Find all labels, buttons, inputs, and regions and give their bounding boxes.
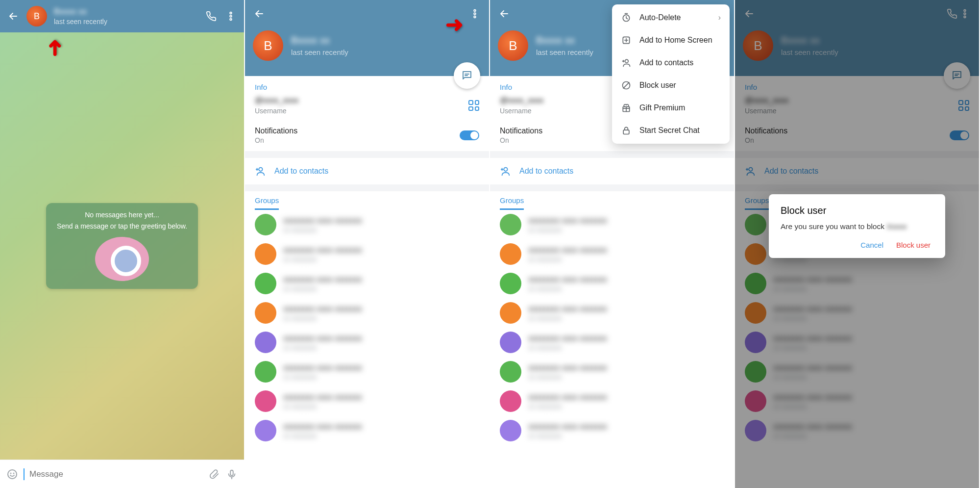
group-avatar <box>500 332 521 353</box>
profile-status: last seen recently <box>536 48 593 56</box>
more-icon[interactable] <box>468 7 481 20</box>
message-input[interactable] <box>29 469 203 479</box>
list-item[interactable]: xxxxxxxx xxxx xxxxxxxxx xxxxxxxx <box>245 357 489 386</box>
dialog-title: Block user <box>781 205 933 216</box>
group-avatar <box>255 332 276 353</box>
add-contacts-label: Add to contacts <box>274 167 328 176</box>
menu-label: Block user <box>639 81 676 90</box>
back-icon[interactable] <box>253 7 266 20</box>
tabs: Groups <box>245 191 489 210</box>
notifications-value: On <box>255 136 297 144</box>
group-avatar <box>500 361 521 383</box>
list-item[interactable]: xxxxxxxx xxxx xxxxxxxxx xxxxxxxx <box>490 328 734 357</box>
attach-icon[interactable] <box>208 468 220 481</box>
block-button[interactable]: Block user <box>896 241 931 249</box>
list-item[interactable]: xxxxxxxx xxxx xxxxxxxxx xxxxxxxx <box>245 386 489 416</box>
notifications-row[interactable]: Notifications On <box>245 120 489 151</box>
menu-block-user[interactable]: Block user <box>612 74 730 97</box>
avatar[interactable]: B <box>26 6 47 26</box>
menu-home-screen[interactable]: Add to Home Screen <box>612 29 730 51</box>
add-contacts-row[interactable]: Add to contacts <box>490 158 734 184</box>
svg-point-8 <box>474 13 476 15</box>
back-icon[interactable] <box>498 7 511 20</box>
avatar[interactable]: B <box>253 30 283 61</box>
menu-gift-premium[interactable]: Gift Premium <box>612 97 730 119</box>
group-list[interactable]: xxxxxxxx xxxx xxxxxxxxx xxxxxxxxxxxxxxxx… <box>245 210 489 445</box>
list-item[interactable]: xxxxxxxx xxxx xxxxxxxxx xxxxxxxx <box>490 210 734 239</box>
list-item[interactable]: xxxxxxxx xxxx xxxxxxxxx xxxxxxxx <box>490 386 734 416</box>
svg-point-9 <box>474 16 476 18</box>
username-value[interactable]: @xxxx_xxxx <box>255 96 298 105</box>
tab-groups[interactable]: Groups <box>500 196 524 210</box>
home-add-icon <box>621 35 632 46</box>
panel-profile: B Bxxxx xx last seen recently Info @xxxx… <box>245 0 490 488</box>
svg-point-4 <box>11 473 11 473</box>
svg-point-11 <box>504 168 507 171</box>
cancel-button[interactable]: Cancel <box>860 241 883 249</box>
panel-chat: B Bxxxx xx last seen recently No message… <box>0 0 245 488</box>
list-item[interactable]: xxxxxxxx xxxx xxxxxxxxx xxxxxxxx <box>245 416 489 445</box>
tab-groups[interactable]: Groups <box>255 196 279 210</box>
profile-name: Bxxxx xx <box>291 35 348 46</box>
username-label: Username <box>255 107 298 115</box>
notifications-toggle[interactable] <box>460 130 479 140</box>
svg-point-14 <box>625 59 629 63</box>
profile-status: last seen recently <box>291 48 348 56</box>
notifications-label: Notifications <box>255 127 297 135</box>
group-avatar <box>255 361 276 383</box>
chat-header-title[interactable]: Bxxxx xx last seen recently <box>54 7 198 26</box>
svg-point-10 <box>259 168 262 171</box>
svg-point-3 <box>8 470 17 479</box>
svg-point-0 <box>230 12 232 14</box>
menu-add-contacts[interactable]: Add to contacts <box>612 51 730 74</box>
svg-point-1 <box>230 15 232 17</box>
notifications-value: On <box>500 136 542 144</box>
menu-label: Gift Premium <box>639 103 685 112</box>
list-item[interactable]: xxxxxxxx xxxx xxxxxxxxx xxxxxxxx <box>245 269 489 298</box>
menu-auto-delete[interactable]: Auto-Delete › <box>612 6 730 29</box>
add-contacts-row[interactable]: Add to contacts <box>245 158 489 184</box>
group-avatar <box>255 243 276 265</box>
list-item[interactable]: xxxxxxxx xxxx xxxxxxxxx xxxxxxxx <box>245 328 489 357</box>
lock-icon <box>621 125 632 136</box>
emoji-icon[interactable] <box>6 468 19 481</box>
qr-icon[interactable] <box>468 100 479 111</box>
message-fab[interactable] <box>454 62 480 89</box>
mic-icon[interactable] <box>225 468 238 481</box>
group-avatar <box>500 390 521 412</box>
group-avatar <box>255 273 276 294</box>
dialog-message: Are you sure you want to block Xxxxx <box>781 222 933 231</box>
panel-profile-menu: B Bxxxx xx last seen recently Info @xxxx… <box>490 0 735 488</box>
group-avatar <box>500 420 521 441</box>
call-icon[interactable] <box>205 10 218 23</box>
svg-point-7 <box>474 10 476 12</box>
group-list[interactable]: xxxxxxxx xxxx xxxxxxxxx xxxxxxxxxxxxxxxx… <box>490 210 734 445</box>
list-item[interactable]: xxxxxxxx xxxx xxxxxxxxx xxxxxxxx <box>490 269 734 298</box>
list-item[interactable]: xxxxxxxx xxxx xxxxxxxxx xxxxxxxx <box>245 239 489 269</box>
menu-label: Start Secret Chat <box>639 126 700 135</box>
group-avatar <box>255 390 276 412</box>
list-item[interactable]: xxxxxxxx xxxx xxxxxxxxx xxxxxxxx <box>245 298 489 328</box>
list-item[interactable]: xxxxxxxx xxxx xxxxxxxxx xxxxxxxx <box>490 357 734 386</box>
group-avatar <box>500 302 521 324</box>
back-icon[interactable] <box>7 10 20 23</box>
list-item[interactable]: xxxxxxxx xxxx xxxxxxxxx xxxxxxxx <box>490 298 734 328</box>
profile-header: B Bxxxx xx last seen recently <box>245 0 489 76</box>
notifications-label: Notifications <box>500 127 542 135</box>
info-title: Info <box>255 83 479 91</box>
list-item[interactable]: xxxxxxxx xxxx xxxxxxxxx xxxxxxxx <box>245 210 489 239</box>
group-avatar <box>255 420 276 441</box>
menu-secret-chat[interactable]: Start Secret Chat <box>612 119 730 142</box>
avatar[interactable]: B <box>498 30 528 61</box>
group-avatar <box>255 214 276 235</box>
group-avatar <box>255 302 276 324</box>
list-item[interactable]: xxxxxxxx xxxx xxxxxxxxx xxxxxxxx <box>490 416 734 445</box>
context-menu: Auto-Delete › Add to Home Screen Add to … <box>612 4 730 144</box>
info-section: Info @xxxx_xxxx Username <box>245 76 489 120</box>
more-icon[interactable] <box>224 10 237 23</box>
svg-rect-6 <box>230 470 233 475</box>
list-item[interactable]: xxxxxxxx xxxx xxxxxxxxx xxxxxxxx <box>490 239 734 269</box>
group-avatar <box>500 243 521 265</box>
greeting-sticker[interactable] <box>95 237 149 281</box>
svg-rect-17 <box>623 130 629 134</box>
